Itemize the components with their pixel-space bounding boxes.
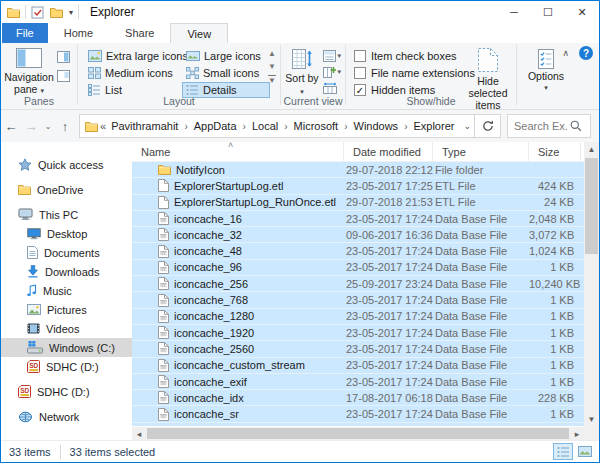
file-row-iconcache-48[interactable]: iconcache_4823-05-2017 17:24Data Base Fi… <box>132 243 584 259</box>
breadcrumb-chevron-icon[interactable]: › <box>181 121 190 132</box>
file-row-iconcache-exif[interactable]: iconcache_exif23-05-2017 17:24Data Base … <box>132 374 584 390</box>
checkbox-item-check-boxes[interactable]: Item check boxes <box>354 50 475 62</box>
tab-view[interactable]: View <box>170 23 228 43</box>
column-header-size[interactable]: Size <box>529 142 581 161</box>
close-button[interactable]: ✕ <box>565 1 599 23</box>
sidebar-item-this-pc[interactable]: This PC <box>1 205 132 224</box>
recent-locations-chevron-icon[interactable]: ⌄ <box>41 122 55 131</box>
layout-option-large-icons[interactable]: Large icons <box>182 48 270 64</box>
layout-option-small-icons[interactable]: Small icons <box>182 65 270 81</box>
size-columns-button[interactable] <box>323 82 341 94</box>
scroll-up-icon[interactable]: ▲ <box>584 142 599 157</box>
file-row-iconcache-sr[interactable]: iconcache_sr23-05-2017 17:24Data Base Fi… <box>132 406 584 422</box>
add-columns-button[interactable]: ▾ <box>323 66 341 78</box>
breadcrumb-overflow-icon[interactable]: « <box>98 120 108 132</box>
help-icon[interactable]: ? <box>579 46 593 60</box>
sidebar-item-downloads[interactable]: Downloads <box>1 262 132 281</box>
size-columns-icon <box>323 82 337 94</box>
address-box[interactable]: « Pavithramahit›AppData›Local›Microsoft›… <box>79 114 475 138</box>
breadcrumb-chevron-icon[interactable]: › <box>240 121 249 132</box>
up-icon[interactable]: ↑ <box>55 119 75 134</box>
customize-qat-chevron-icon[interactable]: ▾ <box>69 8 73 17</box>
sidebar-item-network[interactable]: Network <box>1 407 132 426</box>
file-row-iconcache-idx[interactable]: iconcache_idx17-08-2017 06:18Data Base F… <box>132 390 584 406</box>
column-header-name[interactable]: Name <box>132 142 344 161</box>
sidebar-item-desktop[interactable]: Desktop <box>1 224 132 243</box>
pane-small-buttons <box>57 51 70 82</box>
breadcrumb-microsoft[interactable]: Microsoft <box>291 120 342 132</box>
file-row-iconcache-custom-stream[interactable]: iconcache_custom_stream23-05-2017 17:24D… <box>132 358 584 374</box>
properties-icon[interactable] <box>31 6 44 19</box>
file-row-iconcache-1280[interactable]: iconcache_128023-05-2017 17:24Data Base … <box>132 309 584 325</box>
sidebar-item-videos[interactable]: Videos <box>1 319 132 338</box>
sidebar-item-label: Windows (C:) <box>49 342 115 354</box>
sidebar-item-sdhc-d[interactable]: SDSDHC (D:) <box>1 357 132 376</box>
vertical-scroll-thumb[interactable] <box>585 158 598 254</box>
tab-file[interactable]: File <box>2 23 48 43</box>
breadcrumb-local[interactable]: Local <box>249 120 281 132</box>
file-row-iconcache-1920[interactable]: iconcache_192023-05-2017 17:24Data Base … <box>132 325 584 341</box>
gallery-more-icon[interactable]: ▼ <box>268 75 276 85</box>
sidebar-item-pictures[interactable]: Pictures <box>1 300 132 319</box>
database-file-icon <box>158 375 169 388</box>
horizontal-scrollbar[interactable]: ◂ ▸ <box>132 427 584 440</box>
thumbnails-view-icon[interactable] <box>575 443 595 460</box>
forward-icon[interactable]: → <box>21 119 41 134</box>
vertical-scrollbar[interactable]: ▲ ▼ <box>584 142 599 427</box>
refresh-icon <box>482 120 494 132</box>
file-row-iconcache-96[interactable]: iconcache_9623-05-2017 17:24Data Base Fi… <box>132 260 584 276</box>
horizontal-scroll-thumb[interactable] <box>147 428 569 439</box>
back-icon[interactable]: ← <box>1 119 21 134</box>
sidebar-item-windows-c[interactable]: Windows (C:) <box>1 338 132 357</box>
file-row-explorerstartuplog-runonce-etl[interactable]: ExplorerStartupLog_RunOnce.etl29-07-2018… <box>132 195 584 211</box>
file-row-partial[interactable] <box>132 423 584 426</box>
file-row-explorerstartuplog-etl[interactable]: ExplorerStartupLog.etl23-05-2017 17:25ET… <box>132 178 584 194</box>
preview-pane-icon[interactable] <box>57 51 70 63</box>
minimize-button[interactable]: ─ <box>497 1 531 23</box>
sidebar-item-quick-access[interactable]: Quick access <box>1 155 132 174</box>
file-row-notifyicon[interactable]: NotifyIcon29-07-2018 22:12File folder <box>132 162 584 178</box>
scroll-left-icon[interactable]: ◂ <box>132 429 146 439</box>
file-type: Data Base File <box>433 408 529 420</box>
sort-by-button[interactable]: Sort by ▾ <box>283 48 321 98</box>
file-row-iconcache-768[interactable]: iconcache_76823-05-2017 17:24Data Base F… <box>132 292 584 308</box>
file-row-iconcache-256[interactable]: iconcache_25625-09-2017 23:24Data Base F… <box>132 276 584 292</box>
gallery-up-icon[interactable]: ▲ <box>268 49 276 58</box>
search-icon[interactable] <box>570 120 582 132</box>
gallery-down-icon[interactable]: ▼ <box>268 62 276 71</box>
scroll-down-icon[interactable]: ▼ <box>584 412 599 427</box>
new-folder-icon[interactable] <box>50 7 63 18</box>
details-view-icon[interactable] <box>553 443 573 460</box>
sidebar-item-onedrive[interactable]: OneDrive <box>1 180 132 199</box>
view-switcher <box>553 443 595 460</box>
breadcrumb-explorer[interactable]: Explorer <box>410 120 457 132</box>
sidebar-item-documents[interactable]: Documents <box>1 243 132 262</box>
navigation-pane-button[interactable]: Navigation pane ▾ <box>3 48 55 97</box>
tab-share[interactable]: Share <box>109 23 170 43</box>
breadcrumb-chevron-icon[interactable]: › <box>281 121 290 132</box>
medium-icons-icon <box>88 67 101 79</box>
group-by-button[interactable]: ▾ <box>323 50 341 62</box>
details-pane-icon[interactable] <box>57 70 70 82</box>
layout-option-medium-icons[interactable]: Medium icons <box>84 65 180 81</box>
breadcrumb-windows[interactable]: Windows <box>351 120 402 132</box>
breadcrumb-pavithramahit[interactable]: Pavithramahit <box>108 120 181 132</box>
file-row-iconcache-32[interactable]: iconcache_3209-06-2017 16:36Data Base Fi… <box>132 227 584 243</box>
sidebar-item-music[interactable]: Music <box>1 281 132 300</box>
breadcrumb-chevron-icon[interactable]: › <box>401 121 410 132</box>
tab-home[interactable]: Home <box>48 23 109 43</box>
maximize-button[interactable]: ☐ <box>531 1 565 23</box>
column-header-type[interactable]: Type <box>433 142 529 161</box>
checkbox-file-name-extensions[interactable]: File name extensions <box>354 67 475 79</box>
refresh-button[interactable] <box>475 114 501 138</box>
column-header-date-modified[interactable]: Date modified <box>344 142 433 161</box>
collapse-ribbon-icon[interactable]: ∧ <box>562 48 569 58</box>
search-input[interactable] <box>512 119 570 133</box>
file-row-iconcache-2560[interactable]: iconcache_256023-05-2017 17:24Data Base … <box>132 341 584 357</box>
breadcrumb-appdata[interactable]: AppData <box>191 120 240 132</box>
scroll-right-icon[interactable]: ▸ <box>570 429 584 439</box>
file-row-iconcache-16[interactable]: iconcache_1623-05-2017 17:24Data Base Fi… <box>132 211 584 227</box>
layout-option-extra-large-icons[interactable]: Extra large icons <box>84 48 180 64</box>
breadcrumb-chevron-icon[interactable]: › <box>341 121 350 132</box>
sidebar-item-sdhc-d[interactable]: SDSDHC (D:) <box>1 382 132 401</box>
